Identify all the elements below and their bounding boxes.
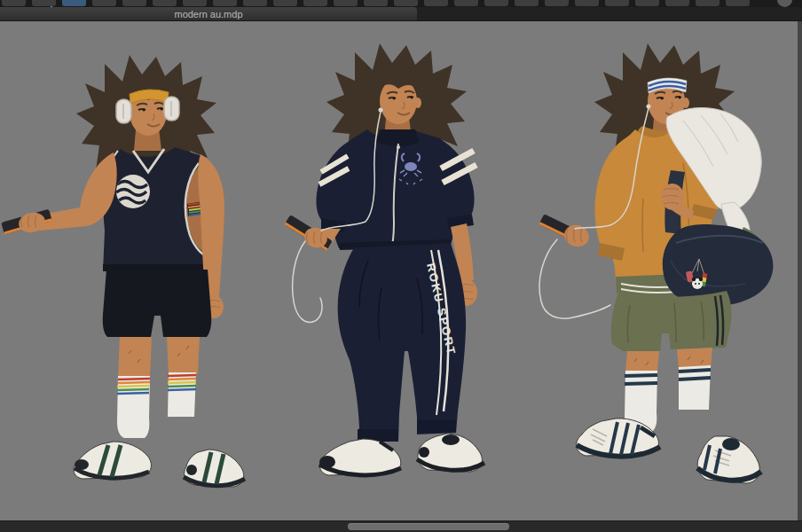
- toolbar-button[interactable]: [183, 0, 207, 6]
- toolbar-button[interactable]: [484, 0, 508, 6]
- wave-logo: [116, 175, 150, 208]
- toolbar-button[interactable]: [62, 0, 86, 6]
- toolbar-button[interactable]: [364, 0, 388, 6]
- vertical-scrollbar-track[interactable]: [798, 21, 802, 520]
- toolbar-button[interactable]: [153, 0, 177, 6]
- character-hoodie: [539, 43, 774, 483]
- toolbar-button[interactable]: [605, 0, 629, 6]
- paint-app-window: modern au.mdp: [0, 0, 802, 532]
- olive-shorts: [611, 291, 732, 351]
- character-basketball: [1, 55, 245, 487]
- toolbar-button[interactable]: [454, 0, 478, 6]
- sneaker: [697, 436, 761, 483]
- document-tab[interactable]: modern au.mdp: [0, 7, 417, 20]
- toolbar-button[interactable]: [92, 0, 116, 6]
- toolbar-button[interactable]: [2, 0, 26, 6]
- toolbar-button[interactable]: [334, 0, 358, 6]
- toolbar-button[interactable]: [515, 0, 539, 6]
- sneaker: [184, 450, 245, 487]
- horizontal-scrollbar-track: [0, 520, 802, 532]
- toolbar-button[interactable]: [394, 0, 418, 6]
- toolbar-button[interactable]: [424, 0, 448, 6]
- document-tab-bar: modern au.mdp: [0, 7, 802, 21]
- sneaker: [74, 442, 151, 479]
- canvas-viewport[interactable]: ROKU SPORT: [0, 21, 802, 520]
- toolbar-button[interactable]: [575, 0, 599, 6]
- toolbar-button[interactable]: [32, 0, 56, 6]
- toolbar-round-button[interactable]: [777, 0, 792, 7]
- document-tab-title: modern au.mdp: [174, 9, 242, 20]
- artwork-canvas: ROKU SPORT: [0, 21, 802, 520]
- toolbar-button[interactable]: [213, 0, 237, 6]
- toolbar-button[interactable]: [635, 0, 659, 6]
- toolbar-button[interactable]: [122, 0, 146, 6]
- toolbar-button[interactable]: [273, 0, 297, 6]
- toolbar-button[interactable]: [243, 0, 267, 6]
- toolbar-button[interactable]: [696, 0, 719, 6]
- toolbar-button[interactable]: [303, 0, 327, 6]
- toolbar-button[interactable]: [726, 0, 750, 6]
- horizontal-scrollbar-thumb[interactable]: [348, 523, 509, 530]
- toolbar-button[interactable]: [665, 0, 689, 6]
- top-toolbar: [0, 0, 802, 7]
- toolbar-button[interactable]: [545, 0, 569, 6]
- character-tracksuit: ROKU SPORT: [285, 43, 484, 475]
- black-shorts: [103, 270, 212, 337]
- sneaker: [417, 434, 484, 472]
- sneaker: [319, 439, 401, 475]
